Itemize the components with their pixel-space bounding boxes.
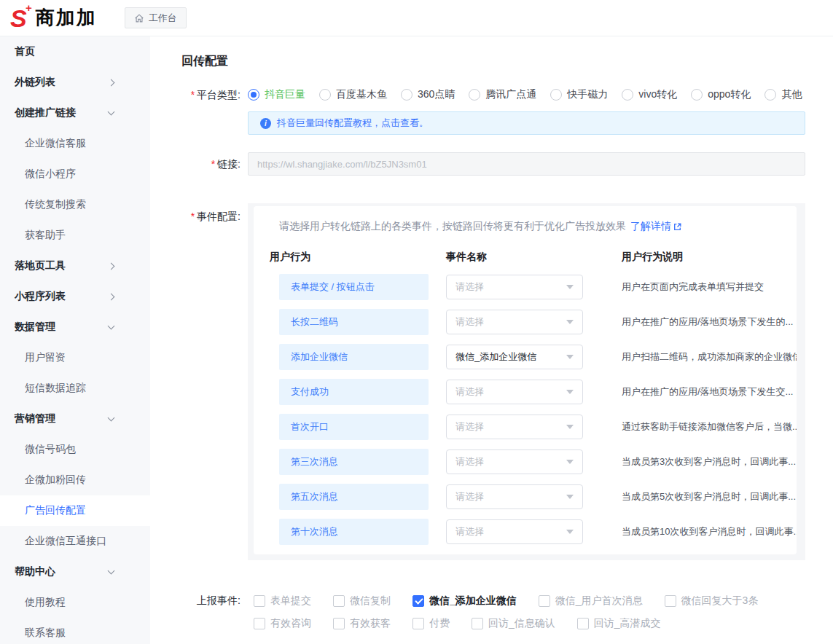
- behavior-desc: 当成员第3次收到客户消息时，回调此事...: [622, 455, 797, 468]
- checkbox-callback-high-intent[interactable]: 回访_高潜成交: [577, 617, 661, 630]
- checkbox-valid-lead[interactable]: 有效获客: [333, 617, 391, 630]
- event-select[interactable]: 微信_添加企业微信: [446, 345, 583, 369]
- sidebar-item-wecom-fans-callback[interactable]: 企微加粉回传: [0, 465, 150, 495]
- link-input[interactable]: [248, 152, 805, 176]
- sidebar-item-tutorials[interactable]: 使用教程: [0, 587, 150, 618]
- sidebar-item-ad-callback-config[interactable]: 广告回传配置: [0, 495, 150, 526]
- sidebar-item-data-management[interactable]: 数据管理: [0, 312, 150, 342]
- behavior-tag[interactable]: 第五次消息: [279, 484, 429, 510]
- radio-icon: [550, 89, 562, 101]
- behavior-tag[interactable]: 表单提交 / 按钮点击: [279, 274, 429, 300]
- platform-type-row: *平台类型: 抖音巨量 百度基木鱼 360点睛 腾讯广点通 快手磁力 vivo转…: [150, 87, 833, 102]
- checkbox-wechat-first-message[interactable]: 微信_用户首次消息: [539, 594, 643, 608]
- platform-radio-tencent[interactable]: 腾讯广点通: [469, 88, 536, 101]
- event-config-panel: 请选择用户转化链路上的各类事件，按链路回传将更有利于优化广告投放效果 了解详情 …: [248, 203, 805, 560]
- external-link-icon: [673, 222, 682, 232]
- checkbox-icon: [472, 618, 483, 629]
- radio-icon: [469, 89, 480, 101]
- tutorial-banner-text[interactable]: 抖音巨量回传配置教程，点击查看。: [277, 117, 429, 130]
- event-select[interactable]: 请选择: [446, 484, 583, 509]
- checkbox-callback-info-confirm[interactable]: 回访_信息确认: [472, 617, 555, 630]
- required-marker: *: [211, 158, 215, 170]
- event-table-body: 表单提交 / 按钮点击 请选择 用户在页面内完成表单填写并提交 长按二维码 请选…: [254, 274, 797, 545]
- brand-name: 商加加: [36, 5, 97, 31]
- checkbox-form-submit[interactable]: 表单提交: [254, 594, 311, 608]
- sidebar-item-landing-tools[interactable]: 落地页工具: [0, 251, 150, 281]
- behavior-desc: 当成员第10次收到客户消息时，回调此事...: [622, 525, 797, 538]
- event-select[interactable]: 请选择: [446, 519, 583, 544]
- chevron-down-icon: [566, 495, 574, 499]
- sidebar-item-wechat-number-pack[interactable]: 微信号码包: [0, 434, 150, 465]
- sidebar-item-external-links[interactable]: 外链列表: [0, 67, 150, 98]
- platform-radio-douyin[interactable]: 抖音巨量: [248, 88, 305, 101]
- sidebar-item-create-promo-link[interactable]: 创建推广链接: [0, 98, 150, 128]
- report-events-label: 上报事件:: [150, 594, 240, 606]
- chevron-down-icon: [566, 285, 574, 289]
- platform-radio-baidu[interactable]: 百度基木鱼: [319, 88, 387, 101]
- platform-radio-vivo[interactable]: vivo转化: [622, 88, 677, 101]
- event-row-form-submit: 表单提交 / 按钮点击 请选择 用户在页面内完成表单填写并提交: [279, 274, 797, 300]
- sidebar-item-user-leads[interactable]: 用户留资: [0, 342, 150, 373]
- sidebar-item-home[interactable]: 首页: [0, 36, 150, 67]
- learn-more-link[interactable]: 了解详情: [630, 220, 682, 233]
- report-checkbox-row-1: 表单提交 微信复制 微信_添加企业微信 微信_用户首次消息 微信回复大于3条: [254, 594, 805, 608]
- column-header-behavior-desc: 用户行为说明: [622, 251, 797, 264]
- top-bar: S + 商加加 工作台: [0, 0, 833, 36]
- column-header-behavior: 用户行为: [270, 251, 446, 264]
- chevron-right-icon: [108, 262, 115, 270]
- chevron-down-icon: [108, 415, 115, 422]
- logo-s-icon: S +: [10, 6, 27, 31]
- checkbox-wechat-copy[interactable]: 微信复制: [333, 594, 391, 608]
- event-select[interactable]: 请选择: [446, 415, 583, 439]
- platform-radio-kuaishou[interactable]: 快手磁力: [550, 88, 608, 101]
- event-select[interactable]: 请选择: [446, 275, 583, 299]
- checkbox-icon: [254, 595, 265, 607]
- platform-type-label: *平台类型:: [150, 87, 240, 102]
- sidebar-nav: 首页 外链列表 创建推广链接 企业微信客服 微信小程序 传统复制搜索 获客助手 …: [0, 36, 150, 644]
- sidebar-item-customer-assistant[interactable]: 获客助手: [0, 220, 150, 251]
- sidebar-item-contact-support[interactable]: 联系客服: [0, 618, 150, 644]
- behavior-tag[interactable]: 支付成功: [279, 379, 429, 405]
- sidebar-item-wecom-service[interactable]: 企业微信客服: [0, 128, 150, 159]
- checkbox-icon: [333, 595, 345, 607]
- behavior-tag[interactable]: 第三次消息: [279, 449, 429, 475]
- checkbox-checked-icon: [412, 595, 424, 607]
- checkbox-payment[interactable]: 付费: [412, 617, 450, 630]
- behavior-tag[interactable]: 长按二维码: [279, 309, 429, 335]
- event-select[interactable]: 请选择: [446, 380, 583, 404]
- event-select[interactable]: 请选择: [446, 310, 583, 334]
- checkbox-icon: [333, 618, 345, 629]
- behavior-desc: 用户在推广的应用/落地页场景下发生交...: [622, 385, 797, 398]
- checkbox-icon: [412, 618, 424, 629]
- event-row-payment-success: 支付成功 请选择 用户在推广的应用/落地页场景下发生交...: [279, 379, 797, 405]
- sidebar-item-help-center[interactable]: 帮助中心: [0, 557, 150, 587]
- tutorial-banner[interactable]: i 抖音巨量回传配置教程，点击查看。: [248, 111, 805, 135]
- tab-workspace[interactable]: 工作台: [125, 7, 187, 28]
- platform-radio-360[interactable]: 360点睛: [401, 88, 455, 101]
- platform-radio-other[interactable]: 其他: [764, 88, 802, 101]
- platform-radio-oppo[interactable]: oppo转化: [691, 88, 751, 101]
- chevron-down-icon: [108, 109, 115, 116]
- sidebar-item-wechat-miniapp[interactable]: 微信小程序: [0, 159, 150, 189]
- behavior-tag[interactable]: 首次开口: [279, 414, 429, 440]
- event-select[interactable]: 请选择: [446, 449, 583, 474]
- sidebar-item-copy-search[interactable]: 传统复制搜索: [0, 189, 150, 220]
- sidebar-item-miniapp-list[interactable]: 小程序列表: [0, 281, 150, 312]
- checkbox-icon: [665, 595, 676, 607]
- checkbox-wechat-replies-gt3[interactable]: 微信回复大于3条: [665, 594, 759, 608]
- event-row-third-message: 第三次消息 请选择 当成员第3次收到客户消息时，回调此事...: [279, 449, 797, 475]
- event-row-tenth-message: 第十次消息 请选择 当成员第10次收到客户消息时，回调此事...: [279, 519, 797, 545]
- required-marker: *: [191, 89, 195, 101]
- behavior-tag[interactable]: 添加企业微信: [279, 344, 429, 370]
- checkbox-wechat-add-wecom[interactable]: 微信_添加企业微信: [412, 594, 517, 608]
- event-row-fifth-message: 第五次消息 请选择 当成员第5次收到客户消息时，回调此事...: [279, 484, 797, 510]
- platform-radio-group: 抖音巨量 百度基木鱼 360点睛 腾讯广点通 快手磁力 vivo转化 oppo转…: [248, 88, 805, 101]
- chevron-right-icon: [108, 79, 115, 86]
- sidebar-item-marketing-management[interactable]: 营销管理: [0, 404, 150, 434]
- checkbox-valid-consult[interactable]: 有效咨询: [254, 617, 311, 630]
- behavior-desc: 用户在推广的应用/落地页场景下发生的...: [622, 315, 797, 329]
- behavior-tag[interactable]: 第十次消息: [279, 519, 429, 545]
- sidebar-item-sms-tracking[interactable]: 短信数据追踪: [0, 373, 150, 404]
- sidebar-item-wecom-interop-api[interactable]: 企业微信互通接口: [0, 526, 150, 557]
- chevron-down-icon: [108, 323, 115, 330]
